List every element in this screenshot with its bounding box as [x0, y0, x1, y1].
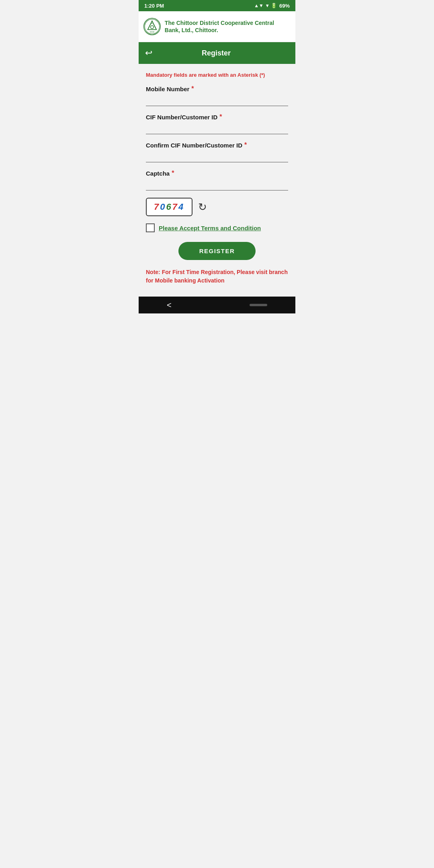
- registration-note: Note: For First Time Registration, Pleas…: [146, 268, 288, 285]
- captcha-field: Captcha *: [146, 170, 288, 190]
- home-pill[interactable]: [250, 304, 267, 306]
- register-button[interactable]: REGISTER: [178, 242, 256, 260]
- captcha-display-row: 70674 ↻: [146, 198, 288, 216]
- svg-text:AP: AP: [151, 23, 153, 25]
- required-star-4: *: [172, 170, 174, 177]
- bottom-nav-bar: <: [139, 297, 295, 313]
- bank-name: The Chittoor District Cooperative Centra…: [165, 19, 291, 34]
- bottom-back-button[interactable]: <: [167, 301, 172, 310]
- terms-link[interactable]: Please Accept Terms and Condition: [159, 225, 261, 231]
- bank-logo: DCCB AP: [143, 15, 161, 38]
- mobile-number-label: Mobile Number *: [146, 85, 288, 92]
- back-button[interactable]: ↩: [145, 48, 152, 58]
- captcha-image: 70674: [146, 198, 192, 216]
- nav-bar: ↩ Register: [139, 42, 295, 64]
- required-star-3: *: [244, 141, 247, 149]
- captcha-char-2: 0: [160, 202, 166, 212]
- refresh-captcha-button[interactable]: ↻: [198, 201, 207, 213]
- mobile-number-field: Mobile Number *: [146, 85, 288, 106]
- cif-number-input[interactable]: [146, 123, 288, 134]
- status-bar: 1:20 PM ▲▼ ▾ 🔋 69%: [139, 0, 295, 11]
- confirm-cif-label: Confirm CIF Number/Customer ID *: [146, 141, 288, 149]
- confirm-cif-input[interactable]: [146, 151, 288, 162]
- captcha-char-1: 7: [154, 202, 160, 212]
- form-container: Mandatory fields are marked with an Aste…: [139, 64, 295, 297]
- terms-row: Please Accept Terms and Condition: [146, 223, 288, 232]
- confirm-cif-field: Confirm CIF Number/Customer ID *: [146, 141, 288, 162]
- captcha-char-3: 6: [166, 202, 172, 212]
- bank-header: DCCB AP The Chittoor District Cooperativ…: [139, 11, 295, 42]
- terms-checkbox[interactable]: [146, 223, 155, 232]
- svg-text:DCCB: DCCB: [150, 31, 154, 33]
- required-star-2: *: [219, 113, 222, 121]
- page-title: Register: [156, 49, 276, 57]
- captcha-input[interactable]: [146, 179, 288, 190]
- required-star: *: [191, 85, 194, 92]
- mandatory-note: Mandatory fields are marked with an Aste…: [146, 72, 288, 78]
- captcha-label: Captcha *: [146, 170, 288, 177]
- signal-icon: ▲▼: [254, 3, 264, 8]
- captcha-char-4: 7: [172, 202, 178, 212]
- mobile-number-input[interactable]: [146, 95, 288, 106]
- cif-number-label: CIF Number/Customer ID *: [146, 113, 288, 121]
- status-icons: ▲▼ ▾ 🔋 69%: [254, 3, 290, 9]
- captcha-char-5: 4: [178, 202, 184, 212]
- wifi-icon: ▾: [266, 3, 268, 8]
- status-time: 1:20 PM: [144, 3, 164, 9]
- battery-icon: 🔋: [271, 3, 277, 8]
- cif-number-field: CIF Number/Customer ID *: [146, 113, 288, 134]
- battery-percent: 69%: [279, 3, 290, 9]
